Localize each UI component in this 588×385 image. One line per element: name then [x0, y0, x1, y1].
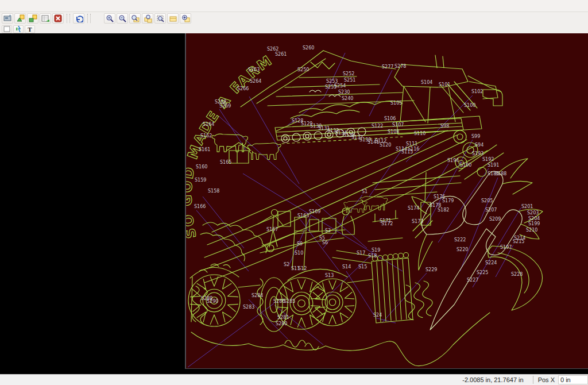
sequence-label: S163: [297, 213, 309, 218]
sequence-label: S194: [447, 158, 459, 163]
sequence-label: S284: [252, 293, 263, 298]
sequence-label: S251: [344, 78, 355, 83]
sequence-label: S116: [408, 147, 419, 152]
sequence-label: S166: [194, 204, 206, 209]
sequence-label: S160: [196, 164, 207, 170]
sequence-label: S14: [342, 264, 351, 270]
sequence-label: S269: [219, 103, 231, 109]
zoom-window-icon[interactable]: [154, 13, 166, 24]
sequence-label: S141: [368, 140, 379, 145]
text-tool-label: T: [28, 26, 32, 33]
sequence-label: S230: [338, 90, 350, 95]
sequence-label: S158: [208, 188, 219, 194]
sequence-label: S209: [489, 217, 501, 222]
sequence-label: S285: [284, 299, 295, 304]
sequence-label: S263: [248, 67, 260, 72]
sequence-label: S169: [309, 209, 320, 214]
sequence-label: S255: [325, 84, 336, 90]
drawing-canvas[interactable]: SO GOD MADE A FARMER: [0, 33, 588, 375]
sequence-label: S262: [267, 47, 278, 52]
sequence-label: S161: [199, 147, 210, 152]
pos-x-value[interactable]: 0 in: [558, 375, 588, 384]
sequence-label: S173: [412, 219, 423, 224]
sequence-label: S191: [488, 163, 499, 168]
snap-icon[interactable]: [13, 25, 24, 33]
sequence-label: S224: [485, 260, 497, 265]
sequence-label: S229: [425, 267, 437, 272]
zoom-all-icon[interactable]: [142, 13, 153, 24]
sequence-label: S261: [275, 52, 287, 57]
undo-icon[interactable]: [73, 13, 84, 24]
zoom-selected-icon[interactable]: [129, 13, 141, 24]
sequence-label: S102: [471, 89, 483, 94]
sequence-label: S100: [464, 103, 475, 108]
sequence-label: S101: [439, 82, 450, 87]
sequence-label: S24: [373, 313, 382, 318]
sequence-label: S204: [528, 216, 540, 221]
pos-x-label: Pos X: [538, 376, 555, 383]
sequence-label: S167: [266, 227, 278, 232]
sequence-label: S99: [471, 134, 480, 139]
sequence-label: S193: [472, 151, 483, 156]
sequence-label: S15: [358, 264, 367, 270]
sequence-label: S264: [250, 79, 261, 84]
zoom-sheet-icon[interactable]: [167, 13, 179, 24]
machine-setup-icon[interactable]: [2, 13, 13, 24]
sequence-label: S207: [485, 207, 497, 213]
sequence-label: S6: [322, 240, 328, 245]
rapid-move-lines: [188, 53, 521, 367]
main-toolbar: [0, 12, 588, 25]
sequence-label: S104: [421, 80, 432, 85]
sequence-label: S222: [454, 237, 466, 242]
zoom-out-icon[interactable]: [117, 13, 128, 24]
sequence-label: S182: [438, 207, 449, 213]
select-rectangle-icon[interactable]: [2, 25, 12, 33]
sequence-label: S108: [388, 129, 399, 134]
sequence-label: S2: [284, 262, 289, 267]
sequence-label: S240: [342, 96, 353, 101]
material-sheet[interactable]: SO GOD MADE A FARMER: [185, 33, 588, 369]
sequence-label: S111: [406, 141, 417, 147]
sequence-label: S201: [521, 204, 533, 209]
sequence-label: S122: [372, 124, 383, 129]
text-tool-icon[interactable]: T: [25, 25, 35, 33]
sequence-label: S260: [303, 45, 314, 51]
sequence-label: S203: [527, 210, 539, 215]
sequence-label: S190: [460, 163, 471, 168]
design-svg: SO GOD MADE A FARMER: [186, 33, 588, 368]
sequence-labels: S260S262S261S250S263S252S251S253S264S254…: [194, 45, 540, 326]
zoom-extents-icon[interactable]: [180, 13, 191, 24]
add-part-icon[interactable]: [27, 13, 38, 24]
sequence-label: S278: [394, 64, 406, 69]
sequence-label: S199: [528, 221, 540, 226]
cursor-coordinates: -2.0085 in, 21.7647 in: [462, 376, 523, 383]
sequence-label: S165: [220, 160, 231, 165]
sequence-label: S290: [207, 299, 218, 304]
menu-bar: [0, 0, 588, 12]
sequence-label: S98: [440, 124, 449, 129]
sequence-label: S110: [414, 131, 425, 136]
sequence-label: S9: [297, 241, 303, 247]
sequence-label: S192: [482, 157, 494, 162]
sequence-label: S286: [273, 299, 285, 304]
sequence-label: S10: [295, 251, 303, 256]
sequence-label: S107: [392, 122, 404, 128]
status-divider: [533, 376, 533, 384]
sequence-label: S19: [372, 248, 380, 253]
nest-sheet-icon[interactable]: [40, 13, 51, 24]
sequence-label: S162: [200, 133, 212, 138]
sequence-label: S280: [276, 321, 287, 326]
sequence-label: S281: [277, 315, 289, 320]
sequence-label: S283: [243, 305, 254, 310]
toolbar-separator: [67, 14, 70, 23]
sequence-label: S215: [513, 239, 524, 244]
zoom-in-icon[interactable]: [104, 13, 115, 24]
sequence-label: S172: [381, 221, 393, 226]
import-part-icon[interactable]: [14, 13, 26, 24]
sequence-label: S164: [203, 122, 214, 127]
sequence-label: S120: [380, 143, 391, 148]
sequence-label: S3: [325, 228, 331, 233]
sequence-label: S105: [390, 101, 402, 106]
sequence-label: S13: [325, 273, 334, 278]
delete-icon[interactable]: [52, 13, 64, 24]
